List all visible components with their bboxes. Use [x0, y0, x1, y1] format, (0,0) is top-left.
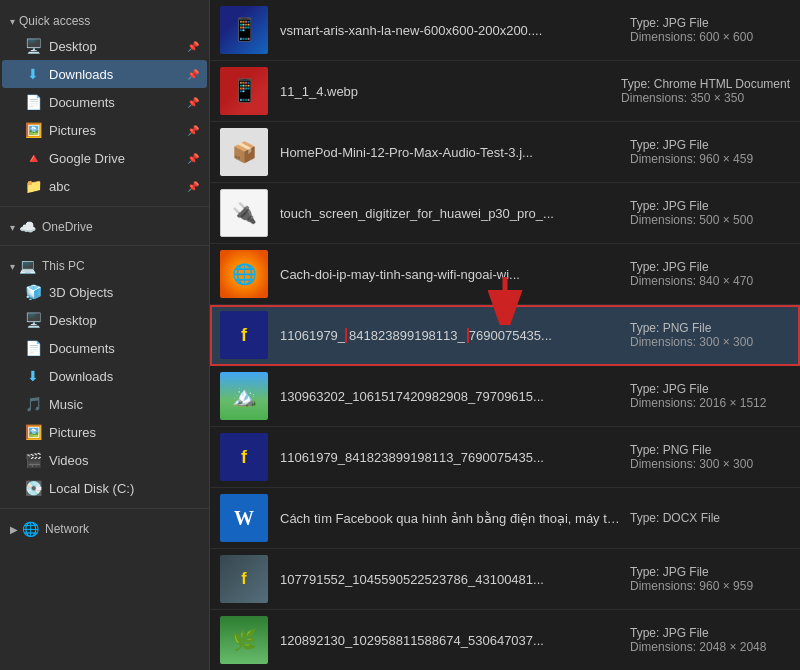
file-row[interactable]: 🌿 120892130_102958811588674_530647037...… [210, 610, 800, 670]
quick-access-header[interactable]: ▾ Quick access [0, 8, 209, 32]
file-type: Type: PNG File [630, 443, 711, 457]
onedrive-icon: ☁️ [19, 219, 36, 235]
sidebar-item-pictures[interactable]: 🖼️ Pictures 📌 [2, 116, 207, 144]
documents-icon: 📄 [24, 339, 42, 357]
file-row[interactable]: 🏔️ 130963202_1061517420982908_79709615..… [210, 366, 800, 427]
file-thumbnail: 🔌 [220, 189, 268, 237]
sidebar-item-label: Pictures [49, 123, 183, 138]
file-type: Type: JPG File [630, 382, 709, 396]
file-row[interactable]: 📱 vsmart-aris-xanh-la-new-600x600-200x20… [210, 0, 800, 61]
pin-icon: 📌 [187, 69, 199, 80]
chevron-icon: ▶ [10, 524, 18, 535]
sidebar-item-downloads2[interactable]: ⬇ Downloads [2, 362, 207, 390]
file-dimensions: Dimensions: 300 × 300 [630, 335, 753, 349]
file-type: Type: JPG File [630, 565, 709, 579]
divider [0, 206, 209, 207]
file-thumbnail: 📱 [220, 67, 268, 115]
file-row[interactable]: 🔌 touch_screen_digitizer_for_huawei_p30_… [210, 183, 800, 244]
file-row[interactable]: W Cách tìm Facebook qua hình ảnh bằng đi… [210, 488, 800, 549]
quick-access-label: Quick access [19, 14, 90, 28]
chevron-icon: ▾ [10, 222, 15, 233]
file-name: 11061979_841823899198113_7690075435... [280, 450, 620, 465]
sidebar-item-label: Google Drive [49, 151, 183, 166]
disk-icon: 💽 [24, 479, 42, 497]
sidebar-item-music[interactable]: 🎵 Music [2, 390, 207, 418]
file-name: 107791552_1045590522523786_43100481... [280, 572, 620, 587]
file-row[interactable]: f 11061979_841823899198113_7690075435...… [210, 305, 800, 366]
file-dimensions: Dimensions: 960 × 459 [630, 152, 753, 166]
file-type: Type: JPG File [630, 260, 709, 274]
sidebar-item-local-disk[interactable]: 💽 Local Disk (C:) [2, 474, 207, 502]
file-row[interactable]: f 107791552_1045590522523786_43100481...… [210, 549, 800, 610]
desktop-icon: 🖥️ [24, 311, 42, 329]
file-type: Type: JPG File [630, 16, 709, 30]
sidebar-item-label: Downloads [49, 369, 199, 384]
file-meta: Type: JPG File Dimensions: 960 × 459 [630, 138, 790, 166]
sidebar-item-label: 3D Objects [49, 285, 199, 300]
documents-icon: 📄 [24, 93, 42, 111]
divider [0, 508, 209, 509]
music-icon: 🎵 [24, 395, 42, 413]
3d-icon: 🧊 [24, 283, 42, 301]
pin-icon: 📌 [187, 41, 199, 52]
file-name: 11_1_4.webp [280, 84, 611, 99]
chevron-icon: ▾ [10, 261, 15, 272]
pin-icon: 📌 [187, 153, 199, 164]
file-list: 📱 vsmart-aris-xanh-la-new-600x600-200x20… [210, 0, 800, 670]
sidebar-item-label: Videos [49, 453, 199, 468]
pictures-icon: 🖼️ [24, 423, 42, 441]
file-dimensions: Dimensions: 2048 × 2048 [630, 640, 766, 654]
sidebar-item-documents2[interactable]: 📄 Documents [2, 334, 207, 362]
file-thumbnail: 🌐 [220, 250, 268, 298]
sidebar-item-videos[interactable]: 🎬 Videos [2, 446, 207, 474]
downloads-icon: ⬇ [24, 367, 42, 385]
sidebar-item-label: Local Disk (C:) [49, 481, 199, 496]
sidebar-item-desktop2[interactable]: 🖥️ Desktop [2, 306, 207, 334]
file-dimensions: Dimensions: 500 × 500 [630, 213, 753, 227]
onedrive-header[interactable]: ▾ ☁️ OneDrive [0, 213, 209, 239]
sidebar: ▾ Quick access 🖥️ Desktop 📌 ⬇ Downloads … [0, 0, 210, 670]
downloads-icon: ⬇ [24, 65, 42, 83]
file-meta: Type: Chrome HTML Document Dimensions: 3… [621, 77, 790, 105]
sidebar-item-abc[interactable]: 📁 abc 📌 [2, 172, 207, 200]
chevron-icon: ▾ [10, 16, 15, 27]
file-thumbnail: 📱 [220, 6, 268, 54]
file-name: Cach-doi-ip-may-tinh-sang-wifi-ngoai-wi.… [280, 267, 620, 282]
pin-icon: 📌 [187, 97, 199, 108]
sidebar-item-google-drive[interactable]: 🔺 Google Drive 📌 [2, 144, 207, 172]
desktop-icon: 🖥️ [24, 37, 42, 55]
network-label: Network [45, 522, 89, 536]
file-name: touch_screen_digitizer_for_huawei_p30_pr… [280, 206, 620, 221]
sidebar-item-documents[interactable]: 📄 Documents 📌 [2, 88, 207, 116]
file-row[interactable]: 📱 11_1_4.webp Type: Chrome HTML Document… [210, 61, 800, 122]
file-row[interactable]: 🌐 Cach-doi-ip-may-tinh-sang-wifi-ngoai-w… [210, 244, 800, 305]
file-type: Type: JPG File [630, 138, 709, 152]
file-thumbnail: 🌿 [220, 616, 268, 664]
pin-icon: 📌 [187, 125, 199, 136]
this-pc-label: This PC [42, 259, 85, 273]
sidebar-item-label: abc [49, 179, 183, 194]
file-row[interactable]: 📦 HomePod-Mini-12-Pro-Max-Audio-Test-3.j… [210, 122, 800, 183]
sidebar-item-3d-objects[interactable]: 🧊 3D Objects [2, 278, 207, 306]
sidebar-item-label: Desktop [49, 313, 199, 328]
sidebar-item-downloads[interactable]: ⬇ Downloads 📌 [2, 60, 207, 88]
sidebar-item-pictures2[interactable]: 🖼️ Pictures [2, 418, 207, 446]
file-meta: Type: JPG File Dimensions: 2016 × 1512 [630, 382, 790, 410]
file-thumbnail: 🏔️ [220, 372, 268, 420]
file-thumbnail: W [220, 494, 268, 542]
file-meta: Type: JPG File Dimensions: 840 × 470 [630, 260, 790, 288]
file-meta: Type: JPG File Dimensions: 2048 × 2048 [630, 626, 790, 654]
pictures-icon: 🖼️ [24, 121, 42, 139]
file-meta: Type: DOCX File [630, 511, 790, 525]
this-pc-header[interactable]: ▾ 💻 This PC [0, 252, 209, 278]
network-header[interactable]: ▶ 🌐 Network [0, 515, 209, 541]
file-row[interactable]: f 11061979_841823899198113_7690075435...… [210, 427, 800, 488]
file-dimensions: Dimensions: 350 × 350 [621, 91, 744, 105]
file-name: Cách tìm Facebook qua hình ảnh bằng điện… [280, 511, 620, 526]
file-name: vsmart-aris-xanh-la-new-600x600-200x200.… [280, 23, 620, 38]
file-type: Type: Chrome HTML Document [621, 77, 790, 91]
file-type: Type: JPG File [630, 626, 709, 640]
sidebar-item-desktop[interactable]: 🖥️ Desktop 📌 [2, 32, 207, 60]
file-type: Type: PNG File [630, 321, 711, 335]
pc-icon: 💻 [19, 258, 36, 274]
